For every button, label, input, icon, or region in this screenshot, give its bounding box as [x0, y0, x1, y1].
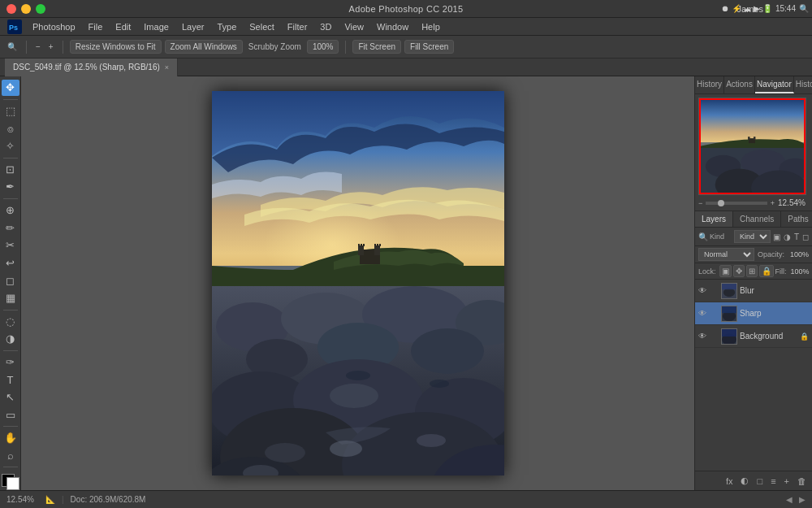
- dodge-tool[interactable]: ◑: [2, 331, 19, 347]
- lock-pixels-btn[interactable]: ▣: [719, 265, 732, 277]
- search-icon[interactable]: 🔍: [799, 4, 809, 13]
- menu-select[interactable]: Select: [243, 20, 281, 33]
- clone-tool[interactable]: ✂: [2, 237, 19, 254]
- layer-visibility-eye[interactable]: 👁: [698, 309, 708, 318]
- menu-help[interactable]: Help: [415, 20, 447, 33]
- layer-group-btn[interactable]: ≡: [768, 475, 778, 488]
- lock-all-btn[interactable]: 🔒: [759, 265, 774, 277]
- layers-tab-layers[interactable]: Layers: [695, 211, 733, 227]
- blend-mode-select[interactable]: Normal: [698, 248, 754, 261]
- status-next-btn[interactable]: ▶: [799, 495, 806, 504]
- close-button[interactable]: [6, 4, 16, 14]
- menu-window[interactable]: Window: [370, 20, 415, 33]
- zoom-all-btn[interactable]: Zoom All Windows: [165, 40, 243, 54]
- toolbar-plus[interactable]: +: [46, 42, 56, 51]
- layer-visibility-eye[interactable]: 👁: [698, 332, 708, 341]
- healing-tool[interactable]: ⊕: [2, 202, 19, 219]
- new-layer-btn[interactable]: +: [782, 475, 792, 488]
- eraser-tool[interactable]: ◻: [2, 272, 19, 289]
- svg-rect-8: [358, 244, 360, 246]
- lasso-tool[interactable]: ⌾: [2, 120, 19, 137]
- toolbar-tool-icon: 🔍: [5, 42, 19, 51]
- zoom-tool[interactable]: ⌕: [2, 448, 19, 464]
- eyedropper-tool[interactable]: ✒: [2, 179, 19, 195]
- toolbar-sep-2: [63, 41, 63, 54]
- layer-adjust-icon[interactable]: ◑: [783, 232, 792, 242]
- layer-row[interactable]: 👁 Blur: [695, 280, 812, 302]
- layer-name: Sharp: [740, 309, 809, 318]
- layer-row[interactable]: 👁 Background 🔒: [695, 325, 812, 348]
- history-brush-tool[interactable]: ↩: [2, 255, 19, 271]
- layer-thumbnail: [721, 283, 737, 299]
- layers-tab-channels[interactable]: Channels: [733, 211, 781, 227]
- delete-layer-btn[interactable]: 🗑: [795, 475, 809, 488]
- tab-navigator[interactable]: Navigator: [755, 76, 794, 93]
- menu-edit[interactable]: Edit: [109, 20, 137, 33]
- zoom-value[interactable]: 100%: [307, 40, 339, 54]
- lock-move-btn[interactable]: ✥: [733, 265, 745, 277]
- pen-tool[interactable]: ✑: [2, 354, 19, 371]
- path-select-tool[interactable]: ↖: [2, 389, 19, 406]
- lock-artboard-btn[interactable]: ⊞: [746, 265, 758, 277]
- tools-sep-6: [3, 426, 18, 427]
- window-controls[interactable]: [6, 4, 45, 14]
- layer-mask-btn[interactable]: ◐: [738, 474, 751, 488]
- menu-image[interactable]: Image: [137, 20, 175, 33]
- layer-fx-btn[interactable]: fx: [723, 475, 736, 488]
- doc-tab-active[interactable]: DSC_5049.tif @ 12.5% (Sharp, RGB/16) ×: [5, 59, 178, 76]
- navigator-thumbnail[interactable]: [698, 98, 806, 195]
- maximize-button[interactable]: [36, 4, 45, 14]
- toolbar-minus[interactable]: −: [33, 42, 43, 51]
- ps-logo: Ps: [6, 19, 23, 35]
- menu-photoshop[interactable]: Photoshop: [26, 20, 82, 33]
- fill-value[interactable]: 100%: [788, 267, 810, 276]
- status-prev-btn[interactable]: ◀: [786, 495, 793, 504]
- doc-tab-close[interactable]: ×: [165, 63, 169, 72]
- quick-select-tool[interactable]: ✧: [2, 138, 19, 154]
- title-bar: Adobe Photoshop CC 2015 James ⏺ ⚡ ☁ ▶ 🔋 …: [0, 0, 812, 18]
- layer-visibility-eye[interactable]: 👁: [698, 286, 708, 295]
- opacity-value[interactable]: 100%: [788, 250, 809, 258]
- layer-pixel-icon[interactable]: ▣: [772, 232, 781, 242]
- menu-layer[interactable]: Layer: [175, 20, 211, 33]
- move-tool[interactable]: ✥: [2, 80, 19, 96]
- layer-list: 👁 Blur 👁: [695, 280, 812, 471]
- status-doc-info[interactable]: Doc: 206.9M/620.8M: [71, 495, 780, 504]
- fit-screen-btn[interactable]: Fit Screen: [352, 40, 401, 54]
- navigator-zoom-slider[interactable]: [706, 202, 767, 205]
- text-tool[interactable]: T: [2, 371, 19, 388]
- layer-shape-icon[interactable]: ◻: [801, 232, 810, 242]
- blur-tool[interactable]: ◌: [2, 313, 19, 329]
- minimize-button[interactable]: [21, 4, 31, 14]
- layer-type-icon[interactable]: T: [793, 232, 800, 242]
- rectangle-tool[interactable]: ▭: [2, 407, 19, 423]
- resize-windows-btn[interactable]: Resize Windows to Fit: [70, 40, 162, 54]
- gradient-tool[interactable]: ▦: [2, 290, 19, 306]
- tab-actions[interactable]: Actions: [724, 76, 755, 93]
- menu-file[interactable]: File: [82, 20, 110, 33]
- tab-history[interactable]: History: [695, 76, 724, 93]
- menu-type[interactable]: Type: [210, 20, 243, 33]
- background-color[interactable]: [6, 477, 19, 490]
- crop-tool[interactable]: ⊡: [2, 161, 19, 177]
- menu-view[interactable]: View: [338, 20, 370, 33]
- navigator-zoom-row: − + 12.54%: [698, 198, 809, 207]
- layer-row[interactable]: 👁 Sharp: [695, 302, 812, 325]
- menu-filter[interactable]: Filter: [281, 20, 313, 33]
- status-zoom[interactable]: 12.54%: [6, 495, 39, 504]
- time-display: 15:44: [775, 4, 796, 13]
- brush-tool[interactable]: ✏: [2, 219, 19, 236]
- menu-3d[interactable]: 3D: [313, 20, 338, 33]
- color-boxes[interactable]: [2, 474, 19, 490]
- zoom-thumb[interactable]: [718, 200, 724, 206]
- layers-tab-paths[interactable]: Paths: [781, 211, 812, 227]
- nav-zoom-plus[interactable]: +: [771, 199, 775, 207]
- nav-zoom-minus[interactable]: −: [698, 199, 702, 207]
- marquee-tool[interactable]: ⬚: [2, 103, 19, 119]
- fill-screen-btn[interactable]: Fill Screen: [404, 40, 454, 54]
- layer-adjustment-btn[interactable]: □: [754, 475, 765, 488]
- canvas-area[interactable]: [21, 76, 694, 490]
- hand-tool[interactable]: ✋: [2, 430, 19, 446]
- tab-histogram[interactable]: Histogr...: [794, 76, 812, 93]
- layer-kind-select[interactable]: Kind: [734, 230, 771, 243]
